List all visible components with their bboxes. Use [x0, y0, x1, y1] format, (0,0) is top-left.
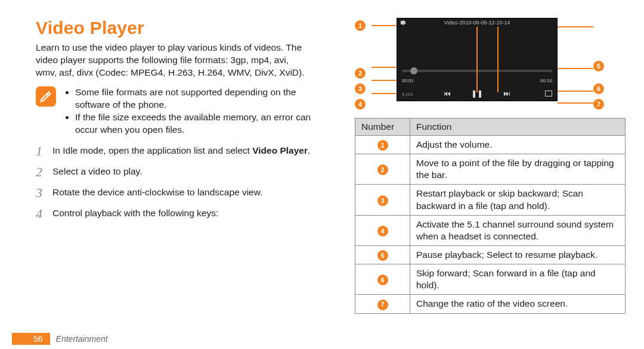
step-item: In Idle mode, open the application list …	[36, 144, 313, 158]
table-cell-number: 1	[355, 136, 410, 154]
intro-paragraph: Learn to use the video player to play va…	[36, 42, 310, 79]
page-number: 56	[12, 333, 50, 345]
step-text: In Idle mode, open the application list …	[52, 145, 252, 155]
page-title: Video Player	[36, 18, 313, 38]
steps-list: In Idle mode, open the application list …	[36, 144, 313, 220]
table-cell-number: 2	[355, 154, 410, 185]
skip-back-icon: ⏮	[444, 90, 451, 97]
step-text: Select a video to play.	[52, 165, 143, 179]
table-row: 1Adjust the volume.	[355, 136, 626, 154]
table-cell-function: Pause playback; Select to resume playbac…	[410, 246, 626, 264]
number-badge: 4	[377, 226, 388, 236]
callout-label-3: 3	[355, 83, 366, 94]
seek-knob	[410, 67, 417, 74]
table-row: 7Change the ratio of the video screen.	[355, 295, 626, 313]
number-badge: 7	[377, 300, 388, 310]
table-header-function: Function	[410, 119, 626, 136]
callout-label-6: 6	[593, 83, 604, 94]
skip-forward-icon: ⏭	[503, 90, 510, 97]
number-badge: 6	[377, 275, 388, 285]
callout-label-4: 4	[355, 99, 366, 110]
callout-line-vert	[476, 27, 478, 92]
video-title: Video-2010-06-05-12-10-14	[397, 20, 557, 26]
step-item: Select a video to play.	[36, 165, 313, 179]
table-cell-function: Restart playback or skip backward; Scan …	[410, 185, 626, 215]
table-cell-function: Move to a point of the file by dragging …	[410, 154, 626, 185]
step-text: .	[308, 145, 310, 155]
callout-label-5: 5	[593, 61, 604, 71]
table-row: 3Restart playback or skip backward; Scan…	[355, 185, 626, 215]
note-item: If the file size exceeds the available m…	[75, 111, 313, 136]
video-callout-diagram: 1 2 3 4 Video-2010	[355, 18, 623, 110]
callout-label-1: 1	[355, 20, 366, 31]
elapsed-time: 00:01	[402, 78, 414, 83]
stretch-icon	[545, 91, 552, 96]
note-icon	[36, 86, 56, 107]
total-time: 00:10	[540, 78, 552, 83]
number-badge: 5	[377, 250, 388, 261]
table-cell-number: 4	[355, 215, 410, 245]
table-cell-number: 7	[355, 295, 410, 313]
callout-label-2: 2	[355, 68, 366, 79]
table-row: 5Pause playback; Select to resume playba…	[355, 246, 626, 264]
table-row: 6Skip forward; Scan forward in a file (t…	[355, 264, 626, 295]
table-cell-function: Activate the 5.1 channel surround sound …	[410, 215, 626, 245]
number-badge: 2	[377, 164, 388, 175]
function-table: Number Function 1Adjust the volume.2Move…	[355, 118, 626, 314]
step-text: Control playback with the following keys…	[52, 207, 218, 220]
table-row: 2Move to a point of the file by dragging…	[355, 154, 626, 185]
note-box: Some file formats are not supported depe…	[36, 86, 313, 136]
table-cell-function: Adjust the volume.	[410, 136, 626, 154]
step-item: Rotate the device anti-clockwise to land…	[36, 186, 313, 200]
table-cell-number: 6	[355, 264, 410, 295]
table-header-number: Number	[355, 119, 410, 136]
step-item: Control playback with the following keys…	[36, 207, 313, 220]
table-row: 4Activate the 5.1 channel surround sound…	[355, 215, 626, 245]
table-cell-number: 3	[355, 185, 410, 215]
number-badge: 3	[377, 195, 388, 206]
page-footer: 56 Entertainment	[0, 325, 644, 349]
video-player-screenshot: Video-2010-06-05-12-10-14 00:01 00:10 5.…	[397, 18, 558, 101]
table-cell-function: Skip forward; Scan forward in a file (ta…	[410, 264, 626, 295]
left-column: Video Player Learn to use the video play…	[36, 18, 313, 325]
note-item: Some file formats are not supported depe…	[75, 86, 313, 111]
table-cell-number: 5	[355, 246, 410, 264]
right-column: 1 2 3 4 Video-2010	[337, 18, 614, 325]
number-badge: 1	[377, 140, 388, 151]
step-bold: Video Player	[252, 145, 308, 155]
callout-line-vert	[497, 27, 499, 92]
table-cell-function: Change the ratio of the video screen.	[410, 295, 626, 313]
step-text: Rotate the device anti-clockwise to land…	[52, 186, 262, 200]
callout-label-7: 7	[593, 99, 604, 110]
section-name: Entertainment	[56, 334, 108, 344]
